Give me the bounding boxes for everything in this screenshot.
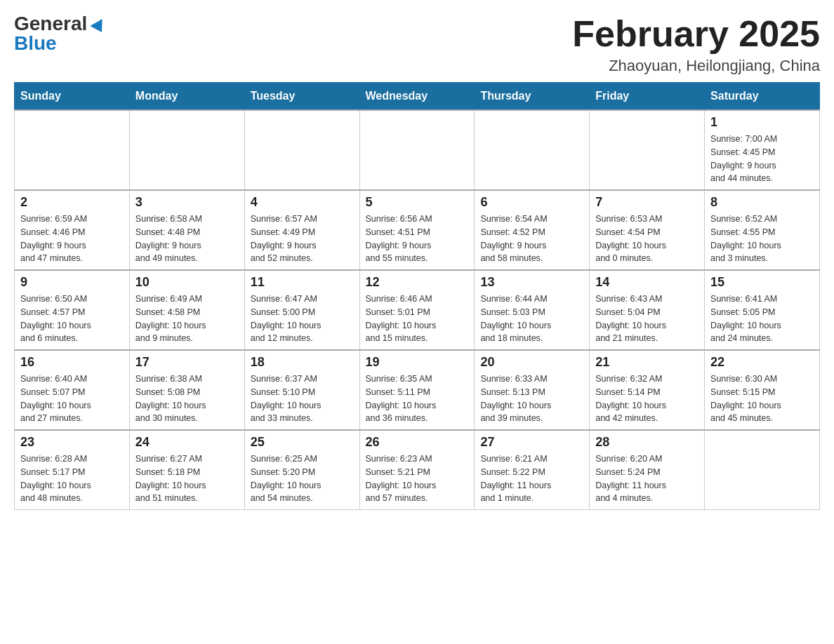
calendar-cell: 7Sunrise: 6:53 AMSunset: 4:54 PMDaylight… [590, 190, 705, 270]
calendar-header: SundayMondayTuesdayWednesdayThursdayFrid… [15, 83, 820, 111]
calendar-cell: 26Sunrise: 6:23 AMSunset: 5:21 PMDayligh… [359, 430, 475, 510]
calendar-cell: 20Sunrise: 6:33 AMSunset: 5:13 PMDayligh… [475, 350, 590, 430]
logo-triangle-icon [90, 19, 107, 36]
day-number: 8 [710, 195, 814, 210]
day-info: Sunrise: 6:23 AMSunset: 5:21 PMDaylight:… [366, 452, 469, 505]
day-number: 20 [480, 355, 583, 370]
day-info: Sunrise: 6:59 AMSunset: 4:46 PMDaylight:… [20, 213, 124, 265]
day-number: 3 [135, 195, 239, 210]
day-number: 24 [135, 435, 239, 450]
calendar-cell: 15Sunrise: 6:41 AMSunset: 5:05 PMDayligh… [705, 270, 820, 350]
day-info: Sunrise: 6:33 AMSunset: 5:13 PMDaylight:… [480, 373, 583, 425]
day-number: 11 [251, 275, 354, 290]
logo-general-text: General [14, 13, 87, 34]
day-info: Sunrise: 6:38 AMSunset: 5:08 PMDaylight:… [135, 373, 239, 425]
location-text: Zhaoyuan, Heilongjiang, China [572, 57, 820, 75]
day-info: Sunrise: 7:00 AMSunset: 4:45 PMDaylight:… [710, 133, 814, 185]
calendar-cell: 1Sunrise: 7:00 AMSunset: 4:45 PMDaylight… [705, 110, 820, 190]
title-block: February 2025 Zhaoyuan, Heilongjiang, Ch… [572, 14, 820, 75]
day-info: Sunrise: 6:21 AMSunset: 5:22 PMDaylight:… [480, 452, 583, 505]
calendar-cell [705, 430, 820, 510]
day-info: Sunrise: 6:41 AMSunset: 5:05 PMDaylight:… [710, 293, 814, 345]
month-title: February 2025 [572, 14, 820, 54]
day-number: 28 [595, 435, 699, 450]
week-row-5: 23Sunrise: 6:28 AMSunset: 5:17 PMDayligh… [15, 430, 820, 510]
day-number: 2 [20, 195, 124, 210]
logo-general-row: General [14, 14, 106, 34]
calendar-cell [590, 110, 705, 190]
calendar-cell: 23Sunrise: 6:28 AMSunset: 5:17 PMDayligh… [15, 430, 130, 510]
day-number: 10 [135, 275, 239, 290]
calendar-cell [129, 110, 244, 190]
week-row-2: 2Sunrise: 6:59 AMSunset: 4:46 PMDaylight… [15, 190, 820, 270]
calendar-cell: 6Sunrise: 6:54 AMSunset: 4:52 PMDaylight… [475, 190, 590, 270]
day-number: 6 [480, 195, 583, 210]
calendar-cell: 12Sunrise: 6:46 AMSunset: 5:01 PMDayligh… [359, 270, 475, 350]
header-monday: Monday [129, 83, 244, 111]
day-info: Sunrise: 6:20 AMSunset: 5:24 PMDaylight:… [595, 452, 699, 505]
week-row-4: 16Sunrise: 6:40 AMSunset: 5:07 PMDayligh… [15, 350, 820, 430]
calendar-cell [475, 110, 590, 190]
calendar-cell: 9Sunrise: 6:50 AMSunset: 4:57 PMDaylight… [15, 270, 130, 350]
day-number: 19 [366, 355, 469, 370]
day-number: 5 [366, 195, 469, 210]
logo: General Blue [14, 14, 106, 53]
calendar-cell: 3Sunrise: 6:58 AMSunset: 4:48 PMDaylight… [129, 190, 244, 270]
day-number: 14 [595, 275, 699, 290]
day-info: Sunrise: 6:27 AMSunset: 5:18 PMDaylight:… [135, 452, 239, 505]
day-number: 16 [20, 355, 124, 370]
week-row-1: 1Sunrise: 7:00 AMSunset: 4:45 PMDaylight… [15, 110, 820, 190]
day-info: Sunrise: 6:30 AMSunset: 5:15 PMDaylight:… [710, 373, 814, 425]
day-number: 12 [366, 275, 469, 290]
day-info: Sunrise: 6:57 AMSunset: 4:49 PMDaylight:… [251, 213, 354, 265]
calendar-table: SundayMondayTuesdayWednesdayThursdayFrid… [14, 82, 820, 510]
day-number: 22 [710, 355, 814, 370]
day-number: 15 [710, 275, 814, 290]
calendar-cell: 14Sunrise: 6:43 AMSunset: 5:04 PMDayligh… [590, 270, 705, 350]
day-info: Sunrise: 6:44 AMSunset: 5:03 PMDaylight:… [480, 293, 583, 345]
header-tuesday: Tuesday [244, 83, 359, 111]
calendar-cell: 4Sunrise: 6:57 AMSunset: 4:49 PMDaylight… [244, 190, 359, 270]
header-saturday: Saturday [705, 83, 820, 111]
logo-blue-row: Blue [14, 34, 57, 53]
logo-blue-text: Blue [14, 32, 57, 54]
day-number: 1 [710, 115, 814, 130]
calendar-cell: 22Sunrise: 6:30 AMSunset: 5:15 PMDayligh… [705, 350, 820, 430]
day-info: Sunrise: 6:52 AMSunset: 4:55 PMDaylight:… [710, 213, 814, 265]
day-info: Sunrise: 6:43 AMSunset: 5:04 PMDaylight:… [595, 293, 699, 345]
day-info: Sunrise: 6:28 AMSunset: 5:17 PMDaylight:… [20, 452, 124, 505]
day-info: Sunrise: 6:25 AMSunset: 5:20 PMDaylight:… [251, 452, 354, 505]
day-number: 26 [366, 435, 469, 450]
day-info: Sunrise: 6:46 AMSunset: 5:01 PMDaylight:… [366, 293, 469, 345]
header-friday: Friday [590, 83, 705, 111]
day-number: 25 [251, 435, 354, 450]
calendar-cell: 11Sunrise: 6:47 AMSunset: 5:00 PMDayligh… [244, 270, 359, 350]
header-thursday: Thursday [475, 83, 590, 111]
header-row: SundayMondayTuesdayWednesdayThursdayFrid… [15, 83, 820, 111]
calendar-cell: 24Sunrise: 6:27 AMSunset: 5:18 PMDayligh… [129, 430, 244, 510]
calendar-cell [244, 110, 359, 190]
day-number: 4 [251, 195, 354, 210]
calendar-cell: 19Sunrise: 6:35 AMSunset: 5:11 PMDayligh… [359, 350, 475, 430]
calendar-cell: 10Sunrise: 6:49 AMSunset: 4:58 PMDayligh… [129, 270, 244, 350]
day-info: Sunrise: 6:35 AMSunset: 5:11 PMDaylight:… [366, 373, 469, 425]
calendar-cell: 28Sunrise: 6:20 AMSunset: 5:24 PMDayligh… [590, 430, 705, 510]
day-number: 27 [480, 435, 583, 450]
calendar-cell: 21Sunrise: 6:32 AMSunset: 5:14 PMDayligh… [590, 350, 705, 430]
calendar-cell: 25Sunrise: 6:25 AMSunset: 5:20 PMDayligh… [244, 430, 359, 510]
calendar-cell: 27Sunrise: 6:21 AMSunset: 5:22 PMDayligh… [475, 430, 590, 510]
day-info: Sunrise: 6:53 AMSunset: 4:54 PMDaylight:… [595, 213, 699, 265]
day-info: Sunrise: 6:47 AMSunset: 5:00 PMDaylight:… [251, 293, 354, 345]
day-info: Sunrise: 6:58 AMSunset: 4:48 PMDaylight:… [135, 213, 239, 265]
header-wednesday: Wednesday [359, 83, 475, 111]
calendar-body: 1Sunrise: 7:00 AMSunset: 4:45 PMDaylight… [15, 110, 820, 510]
day-info: Sunrise: 6:32 AMSunset: 5:14 PMDaylight:… [595, 373, 699, 425]
day-number: 7 [595, 195, 699, 210]
day-info: Sunrise: 6:50 AMSunset: 4:57 PMDaylight:… [20, 293, 124, 345]
day-number: 17 [135, 355, 239, 370]
day-number: 13 [480, 275, 583, 290]
calendar-cell [359, 110, 475, 190]
day-info: Sunrise: 6:54 AMSunset: 4:52 PMDaylight:… [480, 213, 583, 265]
day-number: 23 [20, 435, 124, 450]
day-info: Sunrise: 6:40 AMSunset: 5:07 PMDaylight:… [20, 373, 124, 425]
